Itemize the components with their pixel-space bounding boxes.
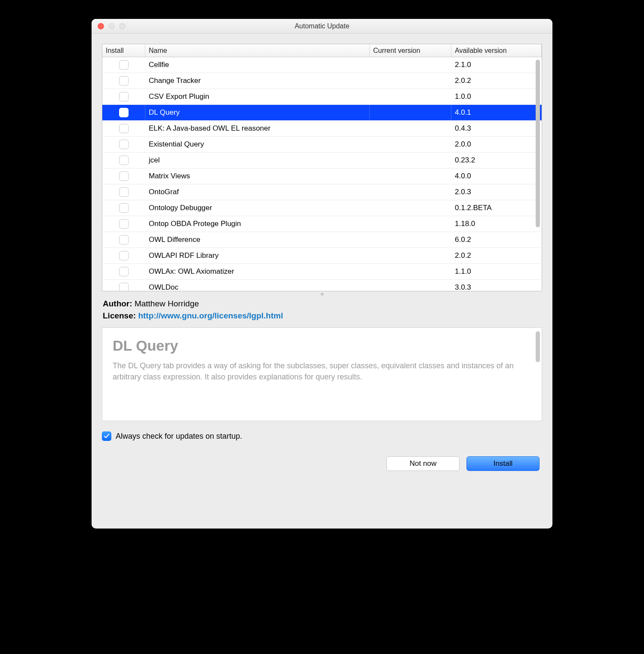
current-version-cell <box>370 121 451 136</box>
startup-checkbox[interactable] <box>102 431 111 441</box>
install-cell <box>102 280 145 291</box>
install-cell <box>102 89 145 104</box>
header-current-version[interactable]: Current version <box>370 44 451 57</box>
name-cell: Change Tracker <box>145 73 370 89</box>
current-version-cell <box>370 200 451 216</box>
table-row[interactable]: ELK: A Java-based OWL EL reasoner0.4.3 <box>102 121 542 137</box>
table-row[interactable]: Matrix Views4.0.0 <box>102 168 542 184</box>
window-controls <box>98 23 126 29</box>
author-line: Author: Matthew Horridge <box>103 299 541 309</box>
available-version-cell: 2.0.2 <box>451 73 542 89</box>
install-cell <box>102 121 145 136</box>
install-cell <box>102 153 145 168</box>
install-cell <box>102 216 145 232</box>
name-cell: Cellfie <box>145 57 370 73</box>
author-label: Author: <box>103 299 132 308</box>
available-version-cell: 4.0.1 <box>451 105 542 120</box>
install-cell <box>102 232 145 248</box>
name-cell: OWLAx: OWL Axiomatizer <box>145 264 370 279</box>
install-checkbox[interactable] <box>119 219 129 229</box>
table-row[interactable]: Ontop OBDA Protege Plugin1.18.0 <box>102 216 542 232</box>
name-cell: OWLDoc <box>145 280 370 291</box>
install-cell <box>102 168 145 184</box>
not-now-button[interactable]: Not now <box>386 456 460 471</box>
detail-scrollbar-thumb[interactable] <box>536 331 540 362</box>
plugin-table: Install Name Current version Available v… <box>102 44 542 291</box>
minimize-icon <box>108 23 115 29</box>
startup-label: Always check for updates on startup. <box>116 432 242 441</box>
table-row[interactable]: OWLDoc3.0.3 <box>102 280 542 291</box>
name-cell: OWL Difference <box>145 232 370 248</box>
install-cell <box>102 105 145 120</box>
table-row[interactable]: Change Tracker2.0.2 <box>102 73 542 89</box>
table-row[interactable]: Existential Query2.0.0 <box>102 137 542 153</box>
name-cell: Ontop OBDA Protege Plugin <box>145 216 370 232</box>
install-checkbox[interactable] <box>119 108 129 117</box>
available-version-cell: 0.23.2 <box>451 153 542 168</box>
install-checkbox[interactable] <box>119 124 129 133</box>
check-icon <box>104 433 110 439</box>
update-window: Automatic Update Install Name Current ve… <box>92 19 552 529</box>
table-row[interactable]: CSV Export Plugin1.0.0 <box>102 89 542 105</box>
current-version-cell <box>370 105 451 120</box>
name-cell: CSV Export Plugin <box>145 89 370 104</box>
name-cell: ELK: A Java-based OWL EL reasoner <box>145 121 370 136</box>
table-row[interactable]: OWLAx: OWL Axiomatizer1.1.0 <box>102 264 542 280</box>
install-checkbox[interactable] <box>119 92 129 101</box>
install-checkbox[interactable] <box>119 60 129 70</box>
current-version-cell <box>370 137 451 152</box>
available-version-cell: 2.0.0 <box>451 137 542 152</box>
current-version-cell <box>370 57 451 73</box>
table-row[interactable]: Ontology Debugger0.1.2.BETA <box>102 200 542 216</box>
current-version-cell <box>370 184 451 200</box>
install-checkbox[interactable] <box>119 187 129 197</box>
install-checkbox[interactable] <box>119 76 129 86</box>
install-cell <box>102 137 145 152</box>
current-version-cell <box>370 248 451 263</box>
content-area: Install Name Current version Available v… <box>92 34 552 529</box>
header-name[interactable]: Name <box>145 44 370 57</box>
available-version-cell: 0.4.3 <box>451 121 542 136</box>
author-value: Matthew Horridge <box>135 299 199 308</box>
available-version-cell: 2.1.0 <box>451 57 542 73</box>
name-cell: jcel <box>145 153 370 168</box>
plugin-detail-box: DL Query The DL Query tab provides a way… <box>102 327 542 421</box>
install-checkbox[interactable] <box>119 140 129 149</box>
close-icon[interactable] <box>98 23 104 29</box>
install-cell <box>102 57 145 73</box>
install-checkbox[interactable] <box>119 283 129 291</box>
install-checkbox[interactable] <box>119 171 129 181</box>
name-cell: OWLAPI RDF Library <box>145 248 370 263</box>
install-checkbox[interactable] <box>119 156 129 165</box>
button-row: Not now Install <box>102 456 542 471</box>
available-version-cell: 1.1.0 <box>451 264 542 279</box>
header-install[interactable]: Install <box>102 44 145 57</box>
install-checkbox[interactable] <box>119 251 129 260</box>
install-button[interactable]: Install <box>466 456 540 471</box>
table-row[interactable]: jcel0.23.2 <box>102 153 542 168</box>
license-link[interactable]: http://www.gnu.org/licenses/lgpl.html <box>138 311 283 320</box>
table-row[interactable]: OWLAPI RDF Library2.0.2 <box>102 248 542 264</box>
name-cell: Matrix Views <box>145 168 370 184</box>
header-available-version[interactable]: Available version <box>451 44 542 57</box>
install-cell <box>102 248 145 263</box>
startup-row: Always check for updates on startup. <box>102 431 542 441</box>
current-version-cell <box>370 232 451 248</box>
install-cell <box>102 184 145 200</box>
available-version-cell: 0.1.2.BETA <box>451 200 542 216</box>
splitter-handle[interactable] <box>102 291 542 296</box>
install-checkbox[interactable] <box>119 235 129 244</box>
scrollbar-thumb[interactable] <box>536 60 540 227</box>
table-row[interactable]: OntoGraf2.0.3 <box>102 184 542 200</box>
detail-title: DL Query <box>113 337 531 354</box>
plugin-meta: Author: Matthew Horridge License: http:/… <box>102 296 542 325</box>
table-row[interactable]: DL Query4.0.1 <box>102 105 542 121</box>
install-checkbox[interactable] <box>119 203 129 213</box>
available-version-cell: 1.0.0 <box>451 89 542 104</box>
install-checkbox[interactable] <box>119 267 129 276</box>
table-row[interactable]: OWL Difference6.0.2 <box>102 232 542 248</box>
available-version-cell: 3.0.3 <box>451 280 542 291</box>
install-cell <box>102 73 145 89</box>
window-title: Automatic Update <box>92 22 552 30</box>
table-row[interactable]: Cellfie2.1.0 <box>102 57 542 73</box>
